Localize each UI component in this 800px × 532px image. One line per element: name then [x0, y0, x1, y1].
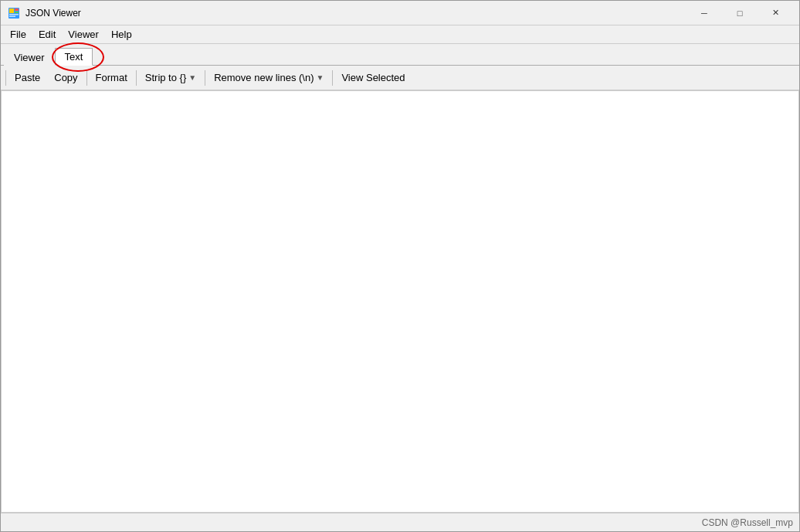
app-icon [7, 6, 21, 20]
title-bar: JSON Viewer ─ □ ✕ [1, 1, 799, 25]
svg-rect-4 [9, 14, 19, 15]
svg-rect-3 [15, 12, 19, 13]
toolbar-separator-3 [136, 70, 137, 86]
format-button[interactable]: Format [89, 69, 134, 86]
json-text-input[interactable] [2, 91, 798, 512]
strip-dropdown-arrow: ▼ [188, 73, 196, 82]
minimize-button[interactable]: ─ [686, 1, 722, 25]
toolbar: Paste Copy Format Strip to {} ▼ Remove n… [1, 66, 799, 90]
toolbar-separator-2 [86, 70, 87, 86]
toolbar-separator-5 [332, 70, 333, 86]
toolbar-separator-4 [205, 70, 205, 86]
menu-file[interactable]: File [4, 27, 32, 42]
menu-viewer[interactable]: Viewer [62, 27, 105, 42]
title-bar-controls: ─ □ ✕ [686, 1, 793, 25]
tab-viewer[interactable]: Viewer [4, 49, 55, 66]
tab-text[interactable]: Text [55, 48, 93, 66]
svg-rect-5 [9, 15, 15, 17]
remove-newlines-dropdown-arrow: ▼ [317, 73, 324, 82]
app-window: JSON Viewer ─ □ ✕ File Edit Viewer Help … [0, 0, 800, 532]
svg-rect-2 [15, 8, 19, 11]
svg-rect-1 [9, 8, 14, 13]
remove-newlines-button[interactable]: Remove new lines (\n) ▼ [207, 69, 331, 86]
tab-text-wrapper: Text [55, 47, 93, 65]
toolbar-separator-1 [5, 70, 6, 86]
status-text: CSDN @Russell_mvp [702, 517, 793, 528]
maximize-button[interactable]: □ [722, 1, 758, 25]
menu-help[interactable]: Help [105, 27, 138, 42]
strip-button[interactable]: Strip to {} ▼ [138, 69, 203, 86]
menu-edit[interactable]: Edit [32, 27, 62, 42]
menu-bar: File Edit Viewer Help [1, 25, 799, 44]
copy-button[interactable]: Copy [47, 69, 84, 86]
close-button[interactable]: ✕ [758, 1, 793, 25]
title-bar-text: JSON Viewer [25, 8, 686, 19]
status-bar: CSDN @Russell_mvp [1, 513, 799, 531]
tabs-row: Viewer Text [1, 44, 799, 66]
main-content-area [1, 90, 799, 513]
paste-button[interactable]: Paste [8, 69, 47, 86]
view-selected-button[interactable]: View Selected [334, 69, 412, 86]
